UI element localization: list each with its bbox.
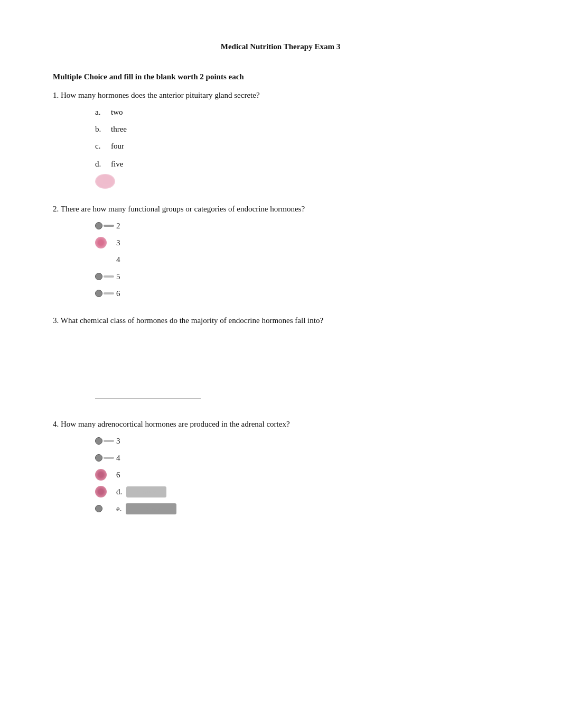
- radio-icon: [95, 505, 102, 512]
- radio-icon: [95, 454, 102, 462]
- radio-option[interactable]: [95, 505, 116, 512]
- option-text: 3: [116, 238, 120, 247]
- radio-icon: [95, 237, 107, 248]
- option-label: a.: [95, 108, 111, 117]
- question-3: 3. What chemical class of hormones do th…: [53, 316, 508, 399]
- radio-icon: [95, 437, 102, 445]
- radio-icon: [95, 469, 107, 481]
- radio-option[interactable]: [95, 486, 116, 497]
- option-text: 2: [116, 222, 120, 231]
- question-2-options: 2 3 4 5: [95, 219, 508, 300]
- option-text: 4: [116, 454, 120, 463]
- option-text: 3: [116, 437, 120, 446]
- radio-icon: [95, 222, 102, 229]
- question-1: 1. How many hormones does the anterior p…: [53, 91, 508, 189]
- option-label: c.: [95, 142, 111, 151]
- list-item: e. above: [95, 502, 508, 515]
- list-item: c. four: [95, 139, 508, 153]
- radio-icon: [95, 273, 102, 280]
- list-item: 3: [95, 434, 508, 448]
- option-text: five: [111, 160, 123, 169]
- option-text: 6: [116, 471, 120, 480]
- list-item: 6: [95, 468, 508, 482]
- question-4-options: 3 4 6 d. above: [95, 434, 508, 515]
- question-2: 2. There are how many functional groups …: [53, 205, 508, 300]
- page-title: Medical Nutrition Therapy Exam 3: [53, 42, 508, 51]
- option-text: d.: [116, 487, 122, 496]
- question-2-text: 2. There are how many functional groups …: [53, 205, 508, 214]
- list-item: 4: [95, 451, 508, 465]
- section-header: Multiple Choice and fill in the blank wo…: [53, 72, 508, 81]
- list-item: 6: [95, 287, 508, 300]
- option-text: e.: [116, 504, 121, 513]
- list-item: d. five: [95, 157, 508, 171]
- radio-option[interactable]: [95, 290, 116, 297]
- question-1-text: 1. How many hormones does the anterior p…: [53, 91, 508, 100]
- question-4: 4. How many adrenocortical hormones are …: [53, 420, 508, 515]
- list-item: 5: [95, 270, 508, 283]
- radio-icon: [95, 290, 102, 297]
- list-item: 2: [95, 219, 508, 233]
- answer-space: [53, 330, 508, 394]
- option-text: 5: [116, 272, 120, 281]
- radio-option[interactable]: [95, 437, 116, 445]
- list-item: b. three: [95, 122, 508, 136]
- question-1-options: a. two b. three c. four d. five: [95, 105, 508, 189]
- answer-line: [95, 398, 201, 399]
- option-text: four: [111, 142, 124, 151]
- radio-option[interactable]: [95, 237, 116, 248]
- radio-option[interactable]: [95, 454, 116, 462]
- option-text-blurred: above: [126, 503, 176, 514]
- list-item: d. above: [95, 485, 508, 499]
- list-item: 3: [95, 236, 508, 250]
- option-text: two: [111, 108, 123, 117]
- radio-option[interactable]: [95, 469, 116, 481]
- option-text-blurred: above: [126, 486, 166, 497]
- question-4-text: 4. How many adrenocortical hormones are …: [53, 420, 508, 429]
- radio-option[interactable]: [95, 273, 116, 280]
- page-container: Medical Nutrition Therapy Exam 3 Multipl…: [53, 42, 508, 515]
- option-label: b.: [95, 125, 111, 134]
- question-3-text: 3. What chemical class of hormones do th…: [53, 316, 508, 325]
- option-text: 4: [116, 255, 120, 264]
- option-text: three: [111, 125, 127, 134]
- option-label: d.: [95, 160, 111, 169]
- option-text: 6: [116, 289, 120, 298]
- radio-icon: [95, 486, 107, 497]
- list-item: 4: [95, 253, 508, 266]
- radio-option[interactable]: [95, 222, 116, 229]
- list-item: a. two: [95, 105, 508, 119]
